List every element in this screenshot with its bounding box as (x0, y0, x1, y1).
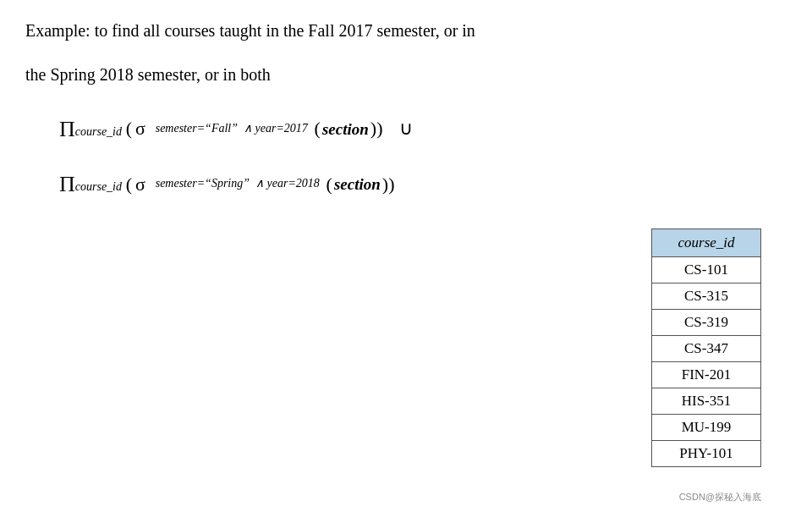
example-line1: Example: to find all courses taught in t… (25, 17, 787, 44)
table-row: CS-101 (652, 257, 761, 284)
close-paren-2: ) (370, 108, 376, 149)
formula-line-2: Πcourse_id ( σ semester=“Spring” ∧ year=… (59, 160, 787, 208)
open-paren-1: ( (126, 108, 132, 149)
result-table-container: course_id CS-101CS-315CS-319CS-347FIN-20… (651, 228, 761, 467)
table-cell-course-id: CS-347 (652, 336, 761, 362)
open-paren-2: ( (315, 108, 321, 149)
condition-1: semester=“Fall” ∧ year=2017 (156, 116, 308, 142)
relation-1: section (322, 112, 369, 147)
pi-sub-2: course_id (75, 174, 122, 201)
sigma-symbol-1: σ (135, 108, 145, 149)
table-row: FIN-201 (652, 362, 761, 388)
table-cell-course-id: MU-199 (652, 415, 761, 441)
relation-2: section (334, 167, 381, 202)
table-row: HIS-351 (652, 388, 761, 415)
close-paren-1: ) (376, 108, 382, 149)
table-row: CS-315 (652, 284, 761, 310)
condition-2: semester=“Spring” ∧ year=2018 (156, 171, 320, 197)
table-row: MU-199 (652, 415, 761, 441)
table-row: CS-347 (652, 336, 761, 362)
formula-section: Πcourse_id ( σ semester=“Fall” ∧ year=20… (59, 105, 787, 208)
table-header-course-id: course_id (652, 229, 761, 257)
formula-line-1: Πcourse_id ( σ semester=“Fall” ∧ year=20… (59, 105, 787, 153)
watermark: CSDN@探秘入海底 (679, 491, 761, 504)
table-row: PHY-101 (652, 441, 761, 467)
table-cell-course-id: CS-101 (652, 257, 761, 284)
union-symbol: ∪ (399, 108, 413, 149)
example-paragraph: Example: to find all courses taught in t… (25, 17, 787, 88)
example-line2: the Spring 2018 semester, or in both (25, 61, 787, 88)
pi-sub-1: course_id (75, 119, 122, 146)
table-cell-course-id: CS-319 (652, 310, 761, 336)
sigma-symbol-2: σ (135, 164, 145, 205)
table-cell-course-id: FIN-201 (652, 362, 761, 388)
pi-symbol-1: Π (59, 105, 75, 153)
open-paren-4: ( (326, 164, 332, 205)
close-paren-3: ) (388, 164, 394, 205)
result-table: course_id CS-101CS-315CS-319CS-347FIN-20… (651, 228, 761, 467)
open-paren-3: ( (126, 164, 132, 205)
table-cell-course-id: PHY-101 (652, 441, 761, 467)
pi-symbol-2: Π (59, 160, 75, 208)
table-row: CS-319 (652, 310, 761, 336)
table-cell-course-id: HIS-351 (652, 388, 761, 415)
close-paren-4: ) (382, 164, 388, 205)
table-cell-course-id: CS-315 (652, 284, 761, 310)
